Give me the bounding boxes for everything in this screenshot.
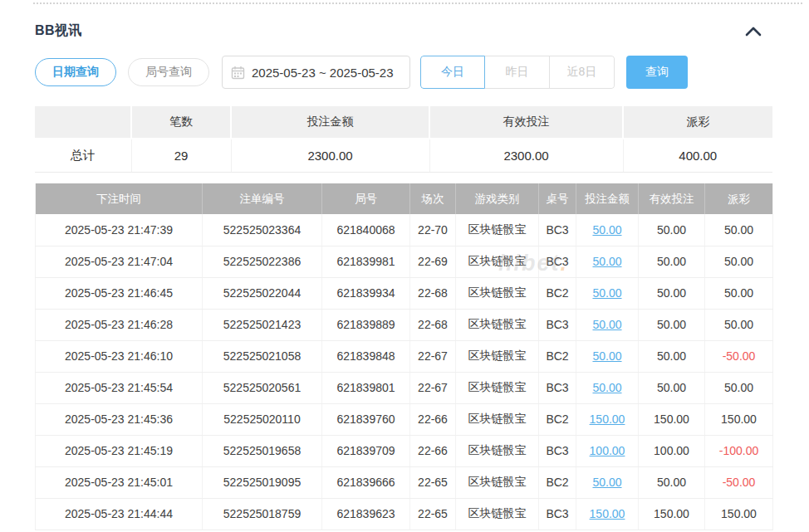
- bet-amount-link[interactable]: 50.00: [592, 476, 621, 489]
- col-payout: 派彩: [705, 183, 773, 214]
- table-row: 2025-05-23 21:46:28 522525021423 6218398…: [36, 309, 773, 340]
- bet-amount-link[interactable]: 50.00: [592, 255, 621, 268]
- quick-range-group: 今日 昨日 近8日: [420, 56, 615, 89]
- cell-round-no: 621839623: [322, 498, 410, 530]
- cell-bet-amount: 150.00: [576, 403, 639, 435]
- cell-bet-amount: 50.00: [576, 214, 639, 246]
- cell-table-no: BC3: [539, 309, 576, 340]
- cell-bet-amount: 50.00: [576, 309, 639, 340]
- cell-game-type: 区块链骰宝: [456, 340, 539, 372]
- table-row: 2025-05-23 21:45:01 522525019095 6218396…: [36, 466, 773, 498]
- cell-bet-amount: 50.00: [576, 277, 639, 309]
- summary-header-valid-bet: 有效投注: [429, 106, 623, 139]
- cell-valid-bet: 50.00: [639, 466, 705, 498]
- table-row: 2025-05-23 21:45:36 522525020110 6218397…: [36, 403, 773, 435]
- col-valid-bet: 有效投注: [639, 183, 705, 214]
- table-row: 2025-05-23 21:45:19 522525019658 6218397…: [36, 435, 773, 466]
- col-round-no: 局号: [322, 183, 410, 214]
- bet-amount-link[interactable]: 50.00: [592, 286, 621, 300]
- cell-table-no: BC3: [539, 246, 576, 277]
- cell-table-no: BC2: [539, 277, 576, 309]
- tab-round-query[interactable]: 局号查询: [128, 58, 209, 86]
- cell-payout: -50.00: [705, 340, 773, 372]
- cell-bet-time: 2025-05-23 21:45:19: [36, 435, 203, 466]
- cell-round-no: 621839934: [322, 277, 410, 309]
- cell-session: 22-65: [410, 466, 456, 498]
- range-yesterday-button[interactable]: 昨日: [485, 56, 550, 89]
- cell-payout: 50.00: [705, 309, 773, 340]
- summary-total-label: 总计: [35, 139, 131, 172]
- range-last8days-button[interactable]: 近8日: [550, 56, 615, 89]
- cell-round-no: 621840068: [322, 214, 410, 246]
- bet-amount-link[interactable]: 50.00: [592, 349, 621, 363]
- cell-game-type: 区块链骰宝: [456, 309, 539, 340]
- cell-valid-bet: 50.00: [639, 340, 705, 372]
- cell-session: 22-66: [410, 403, 456, 435]
- cell-bet-time: 2025-05-23 21:45:54: [36, 372, 203, 403]
- calendar-icon: [231, 66, 245, 80]
- search-button[interactable]: 查询: [626, 56, 688, 89]
- summary-table: 笔数 投注金额 有效投注 派彩 总计 29 2300.00 2300.00 40…: [35, 106, 772, 173]
- bet-amount-link[interactable]: 150.00: [590, 507, 625, 520]
- cell-round-no: 621839760: [322, 403, 410, 435]
- cell-round-no: 621839981: [322, 246, 410, 277]
- cell-bet-time: 2025-05-23 21:44:44: [36, 498, 203, 530]
- cell-bet-amount: 150.00: [576, 498, 639, 530]
- col-bet-amount: 投注金额: [576, 183, 639, 214]
- table-row: 2025-05-23 21:47:39 522525023364 6218400…: [36, 214, 773, 246]
- cell-game-type: 区块链骰宝: [456, 403, 539, 435]
- cell-round-no: 621839889: [322, 309, 410, 340]
- cell-bet-time: 2025-05-23 21:46:45: [36, 277, 203, 309]
- cell-table-no: BC3: [539, 214, 576, 246]
- cell-payout: -100.00: [705, 435, 773, 466]
- summary-header-row: 笔数 投注金额 有效投注 派彩: [35, 106, 772, 139]
- cell-valid-bet: 150.00: [639, 498, 705, 530]
- table-row: 2025-05-23 21:46:10 522525021058 6218398…: [36, 340, 773, 372]
- cell-order-no: 522525020561: [203, 372, 322, 403]
- cell-table-no: BC3: [539, 435, 576, 466]
- cell-session: 22-67: [410, 340, 456, 372]
- cell-table-no: BC2: [539, 466, 576, 498]
- col-bet-time: 下注时间: [36, 183, 203, 214]
- cell-bet-amount: 100.00: [576, 435, 639, 466]
- cell-payout: 50.00: [705, 246, 773, 277]
- cell-order-no: 522525023364: [203, 214, 322, 246]
- col-session: 场次: [410, 183, 456, 214]
- cell-bet-time: 2025-05-23 21:45:01: [36, 466, 203, 498]
- summary-header-count: 笔数: [131, 106, 231, 139]
- cell-order-no: 522525019658: [203, 435, 322, 466]
- cell-valid-bet: 50.00: [639, 372, 705, 403]
- cell-payout: -50.00: [705, 466, 773, 498]
- bet-amount-link[interactable]: 100.00: [590, 444, 625, 457]
- summary-valid-bet-value: 2300.00: [429, 139, 623, 172]
- cell-game-type: 区块链骰宝: [456, 277, 539, 309]
- bet-amount-link[interactable]: 50.00: [592, 381, 621, 394]
- cell-payout: 50.00: [705, 214, 773, 246]
- tab-date-query[interactable]: 日期查询: [35, 58, 116, 86]
- range-today-button[interactable]: 今日: [420, 56, 485, 89]
- cell-session: 22-65: [410, 498, 456, 530]
- summary-count-value: 29: [131, 139, 231, 172]
- cell-order-no: 522525018759: [203, 498, 322, 530]
- cell-game-type: 区块链骰宝: [456, 435, 539, 466]
- cell-order-no: 522525022044: [203, 277, 322, 309]
- date-range-picker[interactable]: 2025-05-23 ~ 2025-05-23: [222, 56, 410, 89]
- cell-game-type: 区块链骰宝: [456, 246, 539, 277]
- cell-valid-bet: 100.00: [639, 435, 705, 466]
- chevron-up-icon[interactable]: [744, 24, 762, 39]
- summary-bet-amount-value: 2300.00: [231, 139, 429, 172]
- bet-amount-link[interactable]: 50.00: [592, 318, 621, 331]
- cell-session: 22-69: [410, 246, 456, 277]
- cell-table-no: BC3: [539, 372, 576, 403]
- cell-payout: 150.00: [705, 403, 773, 435]
- cell-bet-amount: 50.00: [576, 340, 639, 372]
- cell-round-no: 621839666: [322, 466, 410, 498]
- bet-amount-link[interactable]: 150.00: [590, 412, 625, 426]
- records-header-row: 下注时间 注单编号 局号 场次 游戏类别 桌号 投注金额 有效投注 派彩: [36, 183, 773, 214]
- cell-valid-bet: 150.00: [639, 403, 705, 435]
- summary-header-bet-amount: 投注金额: [231, 106, 429, 139]
- cell-valid-bet: 50.00: [639, 309, 705, 340]
- cell-order-no: 522525020110: [203, 403, 322, 435]
- bet-amount-link[interactable]: 50.00: [592, 223, 621, 237]
- cell-round-no: 621839801: [322, 372, 410, 403]
